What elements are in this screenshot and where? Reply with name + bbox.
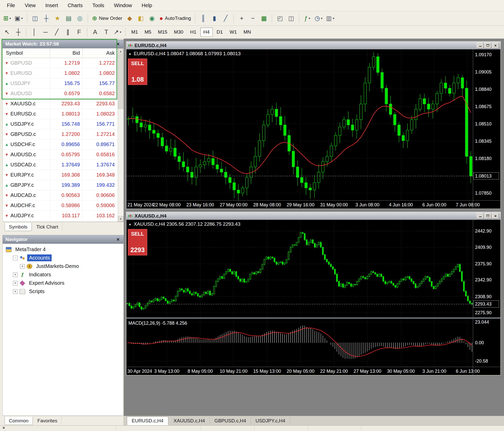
menu-charts[interactable]: Charts — [63, 3, 87, 8]
expert-advisors-button[interactable]: ◆ — [124, 13, 135, 24]
data-window-button[interactable]: ┼ — [41, 13, 52, 24]
menu-tools[interactable]: Tools — [87, 3, 109, 8]
market-watch-row-audusd[interactable]: ▼AUDUSD0.65790.6582 — [3, 89, 118, 99]
cascade-windows-button[interactable]: ◰ — [275, 13, 285, 24]
collapse-icon[interactable]: - — [13, 256, 18, 260]
navigator-item-metatrader-4[interactable]: MetaTrader 4 — [3, 245, 123, 254]
market-watch-row-audcad-c[interactable]: ▼AUDCAD.c0.905630.90606 — [3, 190, 118, 200]
market-watch-row-usdcad-c[interactable]: ▲USDCAD.c1.376491.37674 — [3, 160, 118, 170]
line-chart-button[interactable]: ╱ — [220, 13, 231, 24]
market-watch-close-icon[interactable]: × — [115, 41, 121, 47]
metaeditor-button[interactable]: ◧ — [136, 13, 146, 24]
candlestick-chart-button[interactable]: ▮ — [209, 13, 220, 24]
autotrading-button[interactable]: ●AutoTrading — [158, 13, 192, 24]
crosshair-tool-button[interactable]: ┼ — [13, 27, 24, 37]
one-click-expander-icon[interactable]: ▲ — [128, 52, 131, 55]
market-watch-row-audchf-c[interactable]: ▼AUDCHF.c0.589860.59006 — [3, 200, 118, 211]
strategy-tester-button[interactable]: ◎ — [75, 13, 85, 24]
terminal-button[interactable]: ▤ — [63, 13, 74, 24]
timeframe-d1[interactable]: D1 — [214, 27, 226, 37]
market-watch-row-xauusd-c[interactable]: ▼XAUUSD.c2293.432293.63 — [3, 99, 118, 109]
minimize-button[interactable] — [477, 42, 484, 48]
market-watch-row-gbpusd[interactable]: ▼GBPUSD1.27191.2722 — [3, 58, 118, 68]
timeframe-h4[interactable]: H4 — [200, 27, 213, 37]
chart-tab-gbpusd-c-h4[interactable]: GBPUSD.c,H4 — [210, 417, 251, 425]
navigator-item-scripts[interactable]: +Scripts — [3, 287, 123, 296]
navigator-close-icon[interactable]: × — [115, 237, 121, 242]
timeframe-mn[interactable]: MN — [241, 27, 254, 37]
expand-icon[interactable]: + — [13, 281, 18, 285]
scroll-down-icon[interactable]: ▼ — [118, 216, 123, 222]
chart-tab-xauusd-c-h4[interactable]: XAUUSD.c,H4 — [169, 417, 210, 425]
menu-view[interactable]: View — [20, 3, 40, 8]
terminal-close-icon[interactable]: × — [3, 426, 5, 430]
trendline-tool-button[interactable]: ╱ — [51, 27, 62, 37]
market-watch-tab-symbols[interactable]: Symbols — [5, 223, 32, 231]
timeframe-h1[interactable]: H1 — [187, 27, 199, 37]
market-watch-row-eurusd[interactable]: ▼EURUSD1.08021.0802 — [3, 68, 118, 78]
navigator-item-expert-advisors[interactable]: +Expert Advisors — [3, 279, 123, 287]
market-watch-tab-tick-chart[interactable]: Tick Chart — [32, 223, 63, 231]
horizontal-line-tool-button[interactable]: ─ — [40, 27, 51, 37]
navigator-tab-favorites[interactable]: Favorites — [33, 417, 62, 425]
market-watch-scrollbar[interactable]: ▲ ▼ — [118, 48, 123, 222]
market-watch-row-usdjpy[interactable]: ▲USDJPY156.75156.77 — [3, 78, 118, 89]
minimize-button[interactable] — [477, 213, 484, 219]
text-tool-button[interactable]: A — [90, 27, 100, 37]
market-watch-row-gbpjpy-c[interactable]: ▲GBPJPY.c199.389199.432 — [3, 180, 118, 190]
scroll-up-icon[interactable]: ▲ — [118, 48, 123, 54]
channel-tool-button[interactable]: ∥ — [63, 27, 73, 37]
xauusd-window-titlebar[interactable]: XAUUSD.c,H4 × — [126, 212, 500, 220]
navigator-item-accounts[interactable]: -Accounts — [3, 254, 123, 262]
market-watch-row-audusd-c[interactable]: ▼AUDUSD.c0.657950.65816 — [3, 150, 118, 160]
eurusd-chart-canvas[interactable]: 1.091701.090051.088401.086751.085101.083… — [126, 49, 500, 209]
options-button[interactable]: ◉ — [147, 13, 157, 24]
menu-insert[interactable]: Insert — [40, 3, 63, 8]
restore-button[interactable] — [484, 213, 491, 219]
navigator-item-justmarkets-demo[interactable]: +JustMarkets-Demo — [3, 262, 123, 270]
timeframe-w1[interactable]: W1 — [227, 27, 240, 37]
arrange-windows-button[interactable]: ▦ — [259, 13, 269, 24]
timeframe-m5[interactable]: M5 — [142, 27, 154, 37]
zoom-out-button[interactable]: − — [247, 13, 258, 24]
expand-icon[interactable]: + — [20, 264, 25, 269]
indicators-button[interactable]: ƒ▾ — [302, 13, 313, 24]
one-click-expander-icon[interactable]: ▲ — [128, 222, 131, 226]
label-tool-button[interactable]: T — [101, 27, 112, 37]
zoom-in-button[interactable]: + — [236, 13, 247, 24]
restore-button[interactable] — [484, 42, 491, 48]
menu-file[interactable]: File — [2, 3, 20, 8]
market-watch-row-audjpy-c[interactable]: ▼AUDJPY.c103.117103.162 — [3, 211, 118, 221]
scrollbar-thumb[interactable] — [118, 54, 123, 109]
xauusd-chart-canvas[interactable]: 2442.902409.902375.902342.902308.902275.… — [126, 220, 500, 375]
market-watch-row-eurusd-c[interactable]: ▼EURUSD.c1.080131.08023 — [3, 109, 118, 119]
sell-button[interactable]: SELL 2293 — [128, 229, 147, 255]
eurusd-window-titlebar[interactable]: EURUSD.c,H4 × — [126, 42, 500, 49]
new-chart-button[interactable]: ⊞▾ — [2, 13, 12, 24]
bar-chart-button[interactable]: ║ — [198, 13, 209, 24]
market-watch-button[interactable]: ◫ — [30, 13, 40, 24]
navigator-button[interactable]: ★ — [52, 13, 63, 24]
market-watch-row-usdjpy-c[interactable]: ▲USDJPY.c156.748156.771 — [3, 119, 118, 129]
chart-tab-usdjpy-c-h4[interactable]: USDJPY.c,H4 — [251, 417, 290, 425]
new-order-button[interactable]: ⊕New Order — [91, 13, 124, 24]
profiles-button[interactable]: ▣▾ — [13, 13, 24, 24]
sell-button[interactable]: SELL 1.08 — [128, 59, 147, 85]
timeframe-m1[interactable]: M1 — [128, 27, 141, 37]
menu-help[interactable]: Help — [137, 3, 157, 8]
tile-windows-button[interactable]: ◫ — [286, 13, 297, 24]
market-watch-row-gbpusd-c[interactable]: ▼GBPUSD.c1.272001.27214 — [3, 129, 118, 139]
navigator-tab-common[interactable]: Common — [5, 417, 33, 425]
cursor-tool-button[interactable]: ↖ — [2, 27, 12, 37]
close-button[interactable]: × — [492, 213, 499, 219]
market-watch-titlebar[interactable]: Market Watch: 23:57:58 × — [3, 40, 124, 48]
timeframe-m15[interactable]: M15 — [155, 27, 170, 37]
templates-button[interactable]: ▥▾ — [324, 13, 336, 24]
navigator-titlebar[interactable]: Navigator × — [3, 235, 124, 244]
menu-window[interactable]: Window — [109, 3, 137, 8]
arrows-tool-button[interactable]: ↗▾ — [112, 27, 123, 37]
periods-button[interactable]: ◷▾ — [313, 13, 324, 24]
timeframe-m30[interactable]: M30 — [171, 27, 186, 37]
chart-tab-eurusd-c-h4[interactable]: EURUSD.c,H4 — [127, 416, 168, 425]
vertical-line-tool-button[interactable]: │ — [29, 27, 40, 37]
